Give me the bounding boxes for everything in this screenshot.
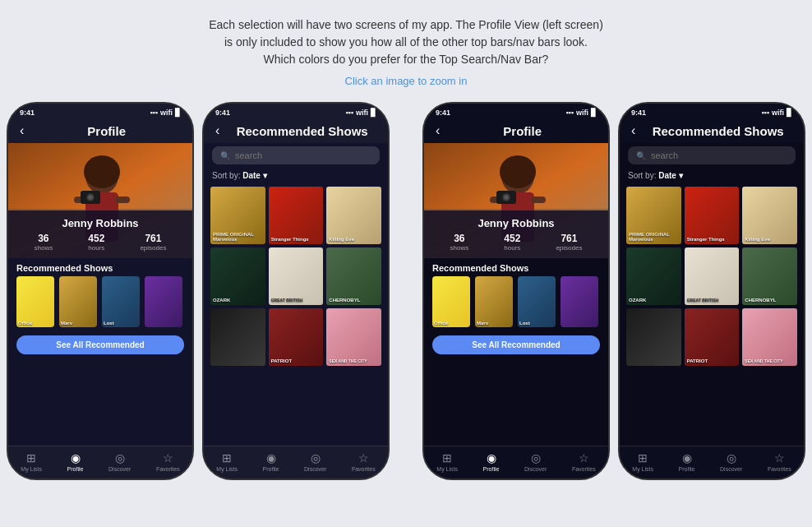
battery-icon-rec2: ▊ bbox=[787, 109, 792, 117]
nav-title-1: Profile bbox=[32, 124, 181, 138]
grid-item-great-2[interactable]: GREAT BRITISH bbox=[685, 247, 740, 305]
grid-item-ozark-1[interactable]: OZARK bbox=[210, 247, 265, 305]
status-bar-1: 9:41 ▪▪▪ wifi ▊ bbox=[8, 104, 192, 118]
stat-episodes-label-2: episodes bbox=[556, 244, 582, 252]
stat-hours-2: 452 hours bbox=[504, 233, 520, 252]
battery-icon: ▊ bbox=[175, 109, 181, 117]
stat-shows-num-1: 36 bbox=[35, 233, 53, 244]
recommended-title-1: Recommended Shows bbox=[8, 258, 192, 276]
nav-item-profile-rec1[interactable]: ◉ Profile bbox=[263, 451, 279, 472]
nav-item-profile-2[interactable]: ◉ Profile bbox=[483, 451, 500, 472]
grid-item-ozark-2[interactable]: OZARK bbox=[626, 247, 681, 305]
show-thumb-lost-2[interactable]: Lost bbox=[518, 276, 556, 327]
mylists-icon-2: ⊞ bbox=[442, 451, 452, 465]
status-bar-rec2: 9:41 ▪▪▪ wifi ▊ bbox=[620, 104, 804, 118]
search-bar-rec1[interactable]: 🔍 bbox=[212, 146, 380, 164]
nav-item-discover-2[interactable]: ◎ Discover bbox=[524, 451, 547, 472]
search-input-rec2[interactable] bbox=[651, 150, 787, 160]
nav-item-favorites-rec1[interactable]: ☆ Favorites bbox=[352, 451, 376, 472]
grid-item-killing-2[interactable]: Killing Eve bbox=[742, 187, 797, 244]
back-button-rec1[interactable]: ‹ bbox=[215, 123, 219, 138]
show-thumb-purple-2[interactable] bbox=[561, 276, 598, 327]
grid-item-great-1[interactable]: GREAT BRITISH bbox=[269, 247, 324, 305]
grid-item-stranger-1[interactable]: Stranger Things bbox=[269, 187, 324, 244]
show-thumb-marvelous-2[interactable]: Marv bbox=[475, 276, 513, 327]
profile-info-overlay-2: Jenny Robbins 36 shows 452 hours 761 epi bbox=[424, 210, 608, 258]
sort-value-rec1[interactable]: Date ▾ bbox=[242, 171, 266, 180]
back-button-rec2[interactable]: ‹ bbox=[631, 123, 635, 138]
status-time-rec2: 9:41 bbox=[631, 109, 646, 117]
sort-value-rec2[interactable]: Date ▾ bbox=[658, 171, 682, 180]
discover-label-2: Discover bbox=[524, 466, 547, 472]
grid-item-chernobyl-2[interactable]: CHERNOBYL bbox=[742, 247, 797, 305]
wifi-icon-rec1: wifi bbox=[356, 109, 368, 117]
search-input-rec1[interactable] bbox=[235, 150, 371, 160]
search-bar-rec2[interactable]: 🔍 bbox=[628, 146, 796, 164]
show-grid-rec2: PRIME ORIGINALMarvelous Stranger Things … bbox=[620, 183, 804, 369]
svg-point-3 bbox=[84, 155, 120, 188]
mylists-label-rec1: My Lists bbox=[216, 466, 238, 472]
stat-shows-label-1: shows bbox=[35, 244, 53, 252]
back-button-1[interactable]: ‹ bbox=[20, 123, 24, 138]
grid-item-patriot-1[interactable]: PATRIOT bbox=[269, 308, 324, 366]
bottom-nav-1: ⊞ My Lists ◉ Profile ◎ Discover ☆ Favori… bbox=[8, 446, 192, 478]
profile-content-2: Recommended Shows Office Marv Lost See A… bbox=[424, 258, 608, 446]
search-icon-rec1: 🔍 bbox=[220, 151, 230, 160]
grid-item-got-1[interactable] bbox=[210, 308, 265, 366]
see-all-button-2[interactable]: See All Recommended bbox=[432, 335, 600, 354]
grid-item-killing-1[interactable]: Killing Eve bbox=[326, 187, 381, 244]
see-all-button-1[interactable]: See All Recommended bbox=[16, 335, 184, 354]
nav-item-mylists-1[interactable]: ⊞ My Lists bbox=[21, 451, 42, 472]
grid-item-satc-2[interactable]: SEX AND THE CITY bbox=[742, 308, 797, 366]
profile-stats-1: 36 shows 452 hours 761 episodes bbox=[16, 233, 184, 252]
nav-title-rec2: Recommended Shows bbox=[644, 124, 792, 138]
profile-icon-2: ◉ bbox=[487, 451, 496, 465]
nav-item-mylists-rec2[interactable]: ⊞ My Lists bbox=[632, 451, 653, 472]
bottom-nav-2: ⊞ My Lists ◉ Profile ◎ Discover ☆ Favori… bbox=[424, 446, 608, 478]
bottom-nav-rec1: ⊞ My Lists ◉ Profile ◎ Discover ☆ Favori… bbox=[204, 446, 388, 478]
profile-icon-1: ◉ bbox=[71, 451, 81, 465]
back-button-2[interactable]: ‹ bbox=[436, 123, 440, 138]
status-icons-1: ▪▪▪ wifi ▊ bbox=[150, 109, 181, 117]
stat-episodes-label-1: episodes bbox=[140, 244, 166, 252]
nav-item-discover-1[interactable]: ◎ Discover bbox=[108, 451, 131, 472]
profile-label-1: Profile bbox=[67, 466, 84, 472]
signal-icon: ▪▪▪ bbox=[150, 109, 158, 117]
grid-item-satc-1[interactable]: SEX AND THE CITY bbox=[326, 308, 381, 366]
nav-item-profile-1[interactable]: ◉ Profile bbox=[67, 451, 84, 472]
zoom-link[interactable]: Click an image to zoom in bbox=[345, 75, 468, 87]
show-thumb-office-2[interactable]: Office bbox=[432, 276, 470, 327]
profile-name-1: Jenny Robbins bbox=[16, 217, 184, 229]
nav-item-favorites-rec2[interactable]: ☆ Favorites bbox=[768, 451, 791, 472]
nav-item-favorites-2[interactable]: ☆ Favorites bbox=[572, 451, 596, 472]
profile-label-2: Profile bbox=[483, 466, 500, 472]
nav-item-mylists-2[interactable]: ⊞ My Lists bbox=[436, 451, 458, 472]
favorites-icon-2: ☆ bbox=[579, 451, 589, 465]
stat-hours-label-1: hours bbox=[88, 244, 104, 252]
mylists-label-2: My Lists bbox=[436, 466, 458, 472]
profile-label-rec1: Profile bbox=[263, 466, 279, 472]
grid-item-patriot-2[interactable]: PATRIOT bbox=[685, 308, 740, 366]
grid-item-chernobyl-1[interactable]: CHERNOBYL bbox=[326, 247, 381, 305]
nav-item-favorites-1[interactable]: ☆ Favorites bbox=[156, 451, 180, 472]
grid-item-got-2[interactable] bbox=[626, 308, 681, 366]
nav-bar-rec2: ‹ Recommended Shows bbox=[620, 118, 804, 143]
show-thumb-lost-1[interactable]: Lost bbox=[102, 276, 140, 327]
profile-hero-2: Jenny Robbins 36 shows 452 hours 761 epi bbox=[424, 143, 608, 258]
phone-1-profile: 9:41 ▪▪▪ wifi ▊ ‹ Profile bbox=[7, 102, 194, 480]
profile-icon-rec2: ◉ bbox=[682, 451, 692, 465]
nav-item-profile-rec2[interactable]: ◉ Profile bbox=[679, 451, 695, 472]
show-thumb-office-1[interactable]: Office bbox=[16, 276, 54, 327]
grid-item-marvelous-2[interactable]: PRIME ORIGINALMarvelous bbox=[626, 187, 681, 244]
discover-label-rec1: Discover bbox=[304, 466, 326, 472]
favorites-icon-rec2: ☆ bbox=[774, 451, 785, 465]
grid-item-stranger-2[interactable]: Stranger Things bbox=[685, 187, 740, 244]
nav-item-discover-rec1[interactable]: ◎ Discover bbox=[304, 451, 326, 472]
favorites-label-1: Favorites bbox=[156, 466, 180, 472]
profile-content-1: Recommended Shows Office Marv Lost See A… bbox=[8, 258, 192, 446]
grid-item-marvelous-1[interactable]: PRIME ORIGINALMarvelous bbox=[210, 187, 265, 244]
show-thumb-marvelous-1[interactable]: Marv bbox=[59, 276, 97, 327]
nav-item-mylists-rec1[interactable]: ⊞ My Lists bbox=[216, 451, 238, 472]
show-thumb-purple-1[interactable] bbox=[145, 276, 182, 327]
nav-item-discover-rec2[interactable]: ◎ Discover bbox=[720, 451, 742, 472]
